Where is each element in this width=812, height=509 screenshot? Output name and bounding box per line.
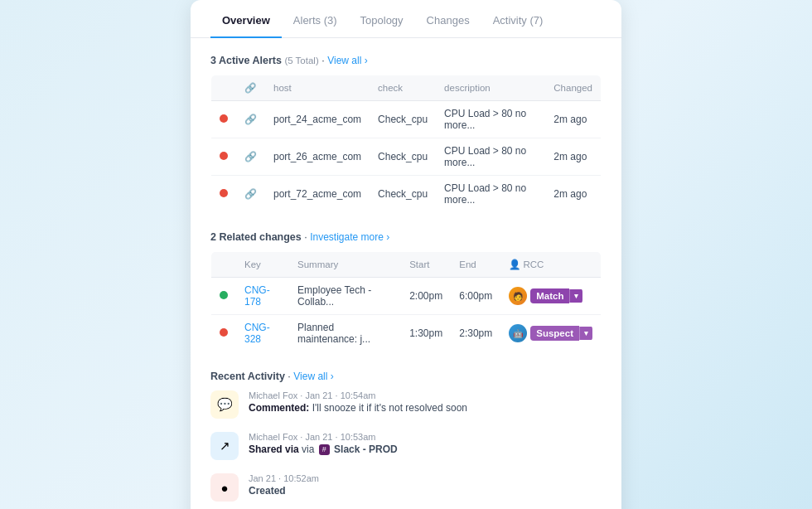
status-dot xyxy=(220,114,228,123)
alerts-view-all-link[interactable]: View all › xyxy=(327,55,367,66)
changed-cell: 2m ago xyxy=(545,176,601,213)
table-row: CNG-178 Employee Tech - Collab... 2:00pm… xyxy=(211,278,602,315)
status-dot xyxy=(220,152,228,160)
activity-action: Created xyxy=(249,485,319,497)
activity-text: Michael Fox · Jan 21 · 10:54am Commented… xyxy=(249,390,467,414)
changed-cell: 2m ago xyxy=(545,101,601,138)
badge-label: Suspect xyxy=(530,326,579,341)
col-header-host: host xyxy=(265,75,370,101)
host-cell: port_24_acme_com xyxy=(265,101,370,138)
activity-icon-share: ↗ xyxy=(210,432,239,460)
activity-item: ● Jan 21 · 10:52am Created xyxy=(210,473,602,502)
badge-dropdown[interactable]: Suspect ▾ xyxy=(530,326,592,341)
activity-icon-comment: 💬 xyxy=(210,390,239,419)
summary-cell: Planned maintenance: j... xyxy=(289,315,401,352)
host-cell: port_72_acme_com xyxy=(265,176,370,213)
avatar: 🤖 xyxy=(509,324,527,342)
table-row: CNG-328 Planned maintenance: j... 1:30pm… xyxy=(211,315,602,352)
activity-meta: Jan 21 · 10:52am xyxy=(249,473,319,483)
activity-list: 💬 Michael Fox · Jan 21 · 10:54am Comment… xyxy=(210,390,602,502)
activity-action-label: Commented: xyxy=(249,402,309,414)
status-dot xyxy=(220,291,228,299)
check-cell: Check_cpu xyxy=(370,138,436,176)
rcc-cell: 🤖 Suspect ▾ xyxy=(500,315,601,352)
changes-table: Key Summary Start End 👤 RCC CNG-178 Empl… xyxy=(210,251,602,352)
alerts-header: 3 Active Alerts (5 Total) · View all › xyxy=(210,55,602,66)
tab-alerts[interactable]: Alerts (3) xyxy=(282,1,349,38)
col-header-start: Start xyxy=(401,252,451,278)
col-header-check: check xyxy=(370,75,436,101)
activity-meta: Michael Fox · Jan 21 · 10:54am xyxy=(249,390,467,400)
status-dot xyxy=(220,189,228,197)
main-card: Overview Alerts (3) Topology Changes Act… xyxy=(191,0,621,509)
description-cell: CPU Load > 80 no more... xyxy=(436,101,545,138)
badge-label: Match xyxy=(530,288,569,303)
tab-activity[interactable]: Activity (7) xyxy=(481,1,555,38)
activity-item: ↗ Michael Fox · Jan 21 · 10:53am Shared … xyxy=(210,432,602,460)
change-key-link[interactable]: CNG-178 xyxy=(244,284,270,308)
key-cell: CNG-328 xyxy=(236,315,289,352)
start-cell: 2:00pm xyxy=(401,278,451,315)
alerts-table: 🔗 host check description Changed 🔗 port_… xyxy=(210,75,602,213)
col-header-end: End xyxy=(451,252,500,278)
badge-dropdown[interactable]: Match ▾ xyxy=(530,288,582,303)
rcc-cell: 🧑 Match ▾ xyxy=(500,278,601,315)
tab-topology[interactable]: Topology xyxy=(349,1,415,38)
changed-cell: 2m ago xyxy=(545,138,601,176)
table-row: 🔗 port_26_acme_com Check_cpu CPU Load > … xyxy=(211,138,602,176)
activity-action: Commented: I'll snooze it if it's not re… xyxy=(249,402,467,414)
col-header-cstatus xyxy=(211,252,237,278)
key-cell: CNG-178 xyxy=(236,278,289,315)
tab-bar: Overview Alerts (3) Topology Changes Act… xyxy=(191,0,621,38)
activity-action: Shared via via # Slack - PROD xyxy=(249,444,398,455)
alerts-total: (5 Total) xyxy=(284,56,318,65)
tab-overview[interactable]: Overview xyxy=(210,1,282,38)
activity-action-label: Created xyxy=(249,485,286,497)
end-cell: 2:30pm xyxy=(451,315,500,352)
status-dot xyxy=(220,328,228,337)
col-header-key: Key xyxy=(236,252,289,278)
changes-investigate-link[interactable]: Investigate more › xyxy=(310,231,389,243)
person-icon: 👤 xyxy=(509,259,520,269)
col-header-summary: Summary xyxy=(289,252,401,278)
summary-cell: Employee Tech - Collab... xyxy=(289,278,401,315)
link-icon: 🔗 xyxy=(244,188,257,200)
tab-changes[interactable]: Changes xyxy=(415,1,481,38)
description-cell: CPU Load > 80 no more... xyxy=(436,176,545,213)
check-cell: Check_cpu xyxy=(370,101,436,138)
host-cell: port_26_acme_com xyxy=(265,138,370,176)
changes-header: 2 Related changes · Investigate more › xyxy=(210,231,602,243)
badge-dropdown-arrow[interactable]: ▾ xyxy=(579,327,592,340)
check-cell: Check_cpu xyxy=(370,176,436,213)
change-key-link[interactable]: CNG-328 xyxy=(244,322,270,345)
end-cell: 6:00pm xyxy=(451,278,500,315)
col-header-changed: Changed xyxy=(545,75,601,101)
activity-view-all-link[interactable]: View all › xyxy=(293,371,333,382)
activity-icon-created: ● xyxy=(210,473,239,502)
main-content: 3 Active Alerts (5 Total) · View all › 🔗… xyxy=(191,38,621,509)
activity-item: 💬 Michael Fox · Jan 21 · 10:54am Comment… xyxy=(210,390,602,419)
link-icon: 🔗 xyxy=(244,114,257,125)
activity-text: Jan 21 · 10:52am Created xyxy=(249,473,319,497)
activity-meta: Michael Fox · Jan 21 · 10:53am xyxy=(249,432,398,442)
col-header-status xyxy=(211,75,237,101)
avatar: 🧑 xyxy=(509,287,527,305)
slack-icon: # xyxy=(319,444,330,455)
badge-dropdown-arrow[interactable]: ▾ xyxy=(569,289,582,303)
description-cell: CPU Load > 80 no more... xyxy=(436,138,545,176)
table-row: 🔗 port_72_acme_com Check_cpu CPU Load > … xyxy=(211,176,602,213)
col-header-rcc: 👤 RCC xyxy=(500,252,601,278)
activity-header: Recent Activity · View all › xyxy=(210,371,602,382)
col-header-link: 🔗 xyxy=(236,75,265,101)
col-header-description: description xyxy=(436,75,545,101)
activity-text: Michael Fox · Jan 21 · 10:53am Shared vi… xyxy=(249,432,398,455)
start-cell: 1:30pm xyxy=(401,315,451,352)
activity-action-label: Shared via xyxy=(249,444,299,455)
link-icon: 🔗 xyxy=(244,151,257,162)
table-row: 🔗 port_24_acme_com Check_cpu CPU Load > … xyxy=(211,101,602,138)
